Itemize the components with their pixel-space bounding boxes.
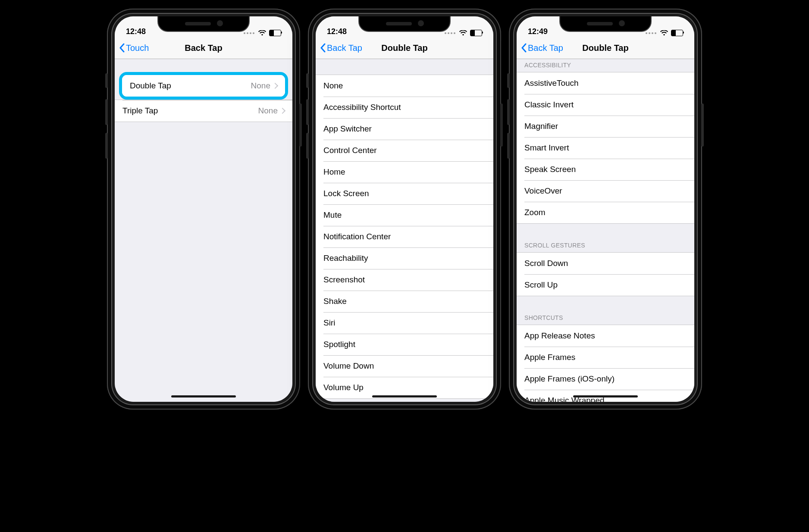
option-label: Control Center [323,146,377,155]
option-label: App Switcher [323,124,372,134]
option-row[interactable]: Scroll Up [517,274,694,296]
option-label: VoiceOver [524,186,562,196]
battery-icon [671,30,683,36]
option-row[interactable]: Home [316,161,493,183]
option-label: Classic Invert [524,100,574,110]
hardware-button [507,73,510,88]
nav-bar: Back TapDouble Tap [316,37,493,59]
settings-row[interactable]: Triple TapNone [115,100,292,122]
content-area: AccessibilityAssistiveTouchClassic Inver… [517,59,694,402]
option-label: Siri [323,318,335,328]
hardware-button [701,103,704,147]
option-row[interactable]: Magnifier [517,116,694,137]
chevron-right-icon [279,108,285,114]
option-row[interactable]: Screenshot [316,269,493,291]
nav-bar: Back TapDouble Tap [517,37,694,59]
option-row[interactable]: AssistiveTouch [517,72,694,94]
option-label: None [323,81,343,91]
option-row[interactable]: Apple Frames (iOS-only) [517,368,694,390]
hardware-button [507,99,510,125]
option-label: Speak Screen [524,165,576,174]
phone-frame: 12:49Back TapDouble TapAccessibilityAssi… [509,9,702,410]
option-row[interactable]: Speak Screen [517,159,694,180]
settings-row[interactable]: Double TapNone [122,75,285,97]
screen: 12:49Back TapDouble TapAccessibilityAssi… [517,16,694,402]
option-row[interactable]: Classic Invert [517,94,694,116]
row-value: None [251,81,277,91]
row-label: Double Tap [130,81,171,91]
status-indicators [646,30,683,36]
option-label: Screenshot [323,275,365,285]
battery-icon [269,30,281,36]
option-row[interactable]: Accessibility Shortcut [316,97,493,118]
content-area: Double TapNoneTriple TapNone [115,59,292,402]
option-label: Scroll Up [524,280,558,290]
option-label: Home [323,167,345,177]
nav-back-button[interactable]: Back Tap [316,43,362,53]
nav-bar: TouchBack Tap [115,37,292,59]
option-label: Mute [323,210,342,220]
option-row[interactable]: Zoom [517,202,694,223]
option-row[interactable]: Apple Frames [517,347,694,368]
option-label: Lock Screen [323,189,369,198]
option-row[interactable]: Spotlight [316,334,493,355]
chevron-right-icon [272,83,278,89]
option-label: Volume Down [323,361,374,371]
nav-back-label: Back Tap [327,43,362,53]
settings-group: Triple TapNone [115,100,292,122]
option-row[interactable]: Notification Center [316,226,493,247]
nav-back-button[interactable]: Back Tap [517,43,563,53]
wifi-icon [258,30,267,36]
highlight-ring: Double TapNone [119,72,288,100]
option-label: Scroll Down [524,259,568,268]
status-indicators [445,30,482,36]
option-row[interactable]: Mute [316,204,493,226]
hardware-button [306,133,309,159]
hardware-button [299,103,302,147]
chevron-left-icon [119,43,125,53]
option-row[interactable]: Lock Screen [316,183,493,204]
option-row[interactable]: App Release Notes [517,325,694,347]
option-label: Spotlight [323,340,355,349]
option-row[interactable]: Siri [316,312,493,334]
option-row[interactable]: Volume Down [316,355,493,377]
notch [158,16,249,31]
cellular-dots-icon [445,32,455,34]
home-indicator [171,395,236,397]
option-row[interactable]: None [316,75,493,97]
option-label: Apple Frames (iOS-only) [524,374,615,384]
chevron-left-icon [320,43,326,53]
option-label: App Release Notes [524,331,595,341]
status-time: 12:48 [327,27,347,36]
row-label: Triple Tap [122,106,158,116]
hardware-button [306,73,309,88]
hardware-button [306,99,309,125]
option-label: Accessibility Shortcut [323,103,401,112]
phone-frame: 12:48Back TapDouble TapNoneAccessibility… [308,9,501,410]
option-group: Scroll DownScroll Up [517,252,694,296]
nav-back-label: Touch [126,43,149,53]
home-indicator [372,395,437,397]
status-time: 12:48 [126,27,146,36]
option-row[interactable]: Smart Invert [517,137,694,159]
section-header: Accessibility [517,59,694,72]
settings-section: AccessibilityAssistiveTouchClassic Inver… [517,59,694,224]
option-row[interactable]: Control Center [316,140,493,161]
row-value: None [258,106,285,116]
settings-section: NoneAccessibility ShortcutApp SwitcherCo… [316,75,493,399]
option-row[interactable]: Reachability [316,247,493,269]
hardware-button [105,133,108,159]
option-row[interactable]: Scroll Down [517,253,694,274]
notch [359,16,450,31]
nav-back-button[interactable]: Touch [115,43,149,53]
phone-frame: 12:48TouchBack TapDouble TapNoneTriple T… [107,9,300,410]
option-row[interactable]: VoiceOver [517,180,694,202]
content-area: NoneAccessibility ShortcutApp SwitcherCo… [316,59,493,402]
option-row[interactable]: App Switcher [316,118,493,140]
hardware-button [500,103,503,147]
option-row[interactable]: Shake [316,291,493,312]
settings-group: Double TapNone [122,75,285,97]
option-label: Notification Center [323,232,391,241]
hardware-button [507,133,510,159]
cellular-dots-icon [244,32,254,34]
